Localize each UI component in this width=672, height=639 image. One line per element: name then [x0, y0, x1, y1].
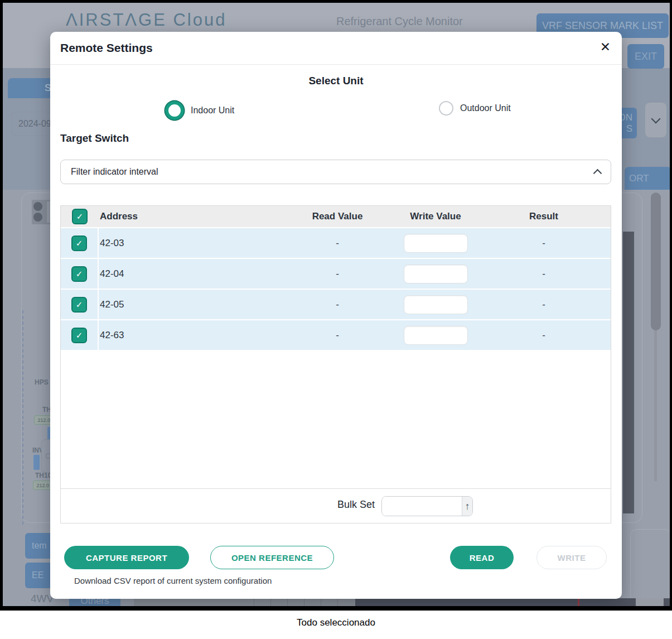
temp-filter-label: tem: [32, 541, 47, 551]
airstage-cloud-logo: ΛIRSTΛGE Cloud: [66, 10, 226, 30]
dashed-selection-border: [22, 310, 23, 525]
fan-icon: [33, 213, 42, 222]
table-row: ✓ 42-04 - -: [61, 259, 611, 289]
chevron-down-icon: [651, 114, 661, 124]
divider: [50, 64, 622, 65]
remote-settings-modal: Remote Settings ✕ Select Unit Indoor Uni…: [50, 32, 622, 599]
bulk-set-label: Bulk Set: [61, 499, 375, 511]
bulk-set-input[interactable]: [382, 497, 462, 516]
write-value-input[interactable]: [404, 234, 468, 253]
indoor-unit-label: Indoor Unit: [191, 105, 234, 116]
close-icon[interactable]: ✕: [600, 40, 611, 55]
write-value-input[interactable]: [404, 326, 468, 345]
dropdown-value: Filter indicator interval: [71, 167, 158, 177]
column-header-read-value: Read Value: [279, 211, 395, 222]
scrollbar-thumb[interactable]: [651, 193, 661, 330]
report-tab-label: ORT: [629, 173, 649, 184]
address-cell: 42-05: [99, 299, 279, 310]
arrow-up-icon: ↑: [465, 501, 470, 512]
th10-label: TH10: [35, 472, 51, 479]
read-value-cell: -: [279, 330, 395, 341]
result-cell: -: [476, 238, 612, 249]
open-reference-button[interactable]: OPEN REFERENCE: [210, 546, 334, 569]
check-icon: ✓: [71, 328, 87, 343]
chevron-up-icon: [593, 169, 602, 178]
write-value-input[interactable]: [404, 265, 468, 284]
eev-filter-label: EE: [32, 570, 43, 580]
read-value-cell: -: [279, 238, 395, 249]
address-cell: 42-04: [99, 268, 279, 280]
radio-unselected-icon: [439, 101, 453, 116]
column-header-result: Result: [476, 211, 612, 222]
read-value-cell: -: [279, 268, 395, 280]
select-unit-heading: Select Unit: [50, 75, 622, 87]
timeline-bar-segment: [636, 598, 664, 607]
select-all-checkbox[interactable]: ✓: [61, 206, 99, 227]
row-checkbox[interactable]: ✓: [61, 290, 99, 319]
write-value-input[interactable]: [404, 295, 468, 314]
capture-report-hint: Download CSV report of current system co…: [74, 576, 272, 585]
address-cell: 42-63: [99, 330, 279, 341]
lower-card: [630, 529, 672, 602]
timeline-bar-end: [664, 598, 670, 607]
read-button[interactable]: READ: [450, 546, 514, 569]
indoor-unit-radio[interactable]: Indoor Unit: [165, 101, 234, 120]
switch-table: ✓ Address Read Value Write Value Result …: [60, 205, 611, 523]
row-checkbox[interactable]: ✓: [61, 259, 99, 289]
target-switch-heading: Target Switch: [60, 132, 129, 145]
scrollbar-track: [654, 330, 657, 481]
address-cell: 42-03: [99, 238, 279, 249]
date-value: 2024-09: [18, 119, 51, 129]
bulk-apply-button[interactable]: ↑: [462, 497, 472, 516]
check-icon: ✓: [72, 209, 88, 224]
fan-icon: [33, 202, 42, 211]
row-checkbox[interactable]: ✓: [61, 228, 99, 258]
result-cell: -: [476, 330, 612, 341]
timeline-bar-light: [134, 598, 355, 607]
operation-conditions-line2: S: [626, 123, 632, 134]
radio-selected-icon: [165, 101, 184, 120]
table-row: ✓ 42-03 - -: [61, 228, 611, 258]
table-header-row: ✓ Address Read Value Write Value Result: [61, 206, 611, 227]
table-row: ✓ 42-05 - -: [61, 290, 611, 319]
report-tab[interactable]: ORT: [625, 167, 672, 190]
check-icon: ✓: [71, 297, 87, 313]
row-checkbox[interactable]: ✓: [61, 320, 99, 350]
bulk-set-row: Bulk Set ↑: [61, 488, 611, 523]
sensor-marker-icon: [33, 455, 40, 470]
bulk-set-input-group: ↑: [381, 496, 473, 516]
modal-title: Remote Settings: [60, 41, 153, 55]
app-screen: ΛIRSTΛGE Cloud Refrigerant Cycle Monitor…: [0, 0, 672, 611]
read-value-cell: -: [279, 299, 395, 310]
outdoor-unit-label: Outdoor Unit: [460, 103, 511, 113]
page-title: Refrigerant Cycle Monitor: [336, 15, 463, 28]
result-cell: -: [476, 268, 612, 280]
outdoor-unit-radio[interactable]: Outdoor Unit: [439, 101, 511, 116]
band-dropdown-button[interactable]: [645, 103, 666, 137]
target-switch-dropdown[interactable]: Filter indicator interval: [60, 160, 611, 184]
background-chart-bar: [623, 232, 634, 513]
column-header-address: Address: [99, 211, 279, 222]
capture-report-button[interactable]: CAPTURE REPORT: [64, 546, 189, 569]
timeline-red-marker: [578, 598, 579, 607]
timeline-bar-dark: [355, 598, 636, 607]
result-cell: -: [476, 299, 612, 310]
exit-button[interactable]: EXIT: [627, 44, 664, 69]
check-icon: ✓: [71, 266, 87, 282]
check-icon: ✓: [71, 236, 87, 251]
write-button[interactable]: WRITE: [536, 546, 607, 569]
column-header-write-value: Write Value: [395, 211, 476, 222]
caption-text: Todo seleccionado: [0, 617, 672, 628]
hps-label: HPS: [35, 378, 49, 386]
table-row: ✓ 42-63 - -: [61, 320, 611, 350]
